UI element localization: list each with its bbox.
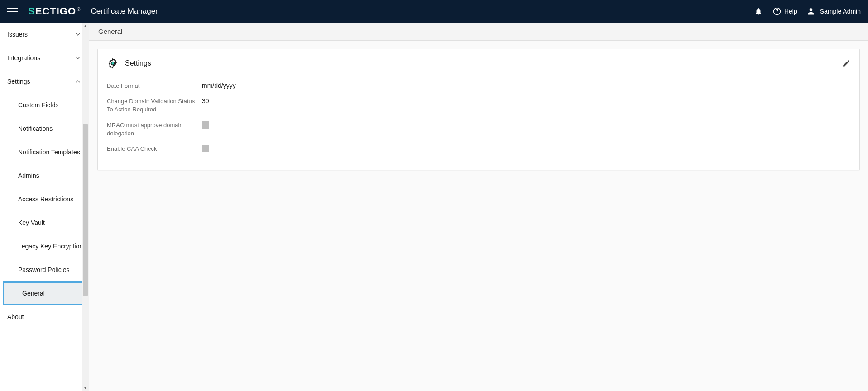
row-enable-caa: Enable CAA Check xyxy=(107,141,850,157)
sidebar-item-general[interactable]: General xyxy=(3,281,86,305)
card-title: Settings xyxy=(125,59,151,67)
sidebar-item-label: Password Policies xyxy=(18,266,70,273)
row-date-format: Date Format mm/dd/yyyy xyxy=(107,78,850,94)
sidebar-item-label: Integrations xyxy=(7,54,40,62)
sidebar-item-about[interactable]: About xyxy=(0,305,89,329)
field-label: Change Domain Validation Status To Actio… xyxy=(107,97,202,114)
help-label: Help xyxy=(784,8,797,15)
sidebar-item-label: Notifications xyxy=(18,125,53,132)
settings-card: Settings Date Format mm/dd/yyyy Change D… xyxy=(97,49,860,170)
field-label: Enable CAA Check xyxy=(107,145,202,153)
row-mrao-approve: MRAO must approve domain delegation xyxy=(107,118,850,141)
top-bar: S ECTIGO ® Certificate Manager Help Samp… xyxy=(0,0,868,23)
user-name: Sample Admin xyxy=(820,8,861,15)
sidebar-item-integrations[interactable]: Integrations xyxy=(0,46,89,70)
sidebar-item-label: About xyxy=(7,313,24,320)
gear-icon xyxy=(107,57,119,69)
app-title: Certificate Manager xyxy=(91,7,158,16)
menu-icon[interactable] xyxy=(7,6,18,17)
bell-icon[interactable] xyxy=(753,6,763,16)
edit-button[interactable] xyxy=(842,59,850,67)
sidebar-item-label: Settings xyxy=(7,78,30,85)
sidebar-item-label: Legacy Key Encryption xyxy=(18,243,83,250)
sidebar-item-label: Notification Templates xyxy=(18,148,80,156)
sidebar-item-label: General xyxy=(22,290,45,297)
sidebar-item-access-restrictions[interactable]: Access Restrictions xyxy=(0,187,89,211)
sidebar-item-label: Access Restrictions xyxy=(18,196,73,203)
chevron-up-icon xyxy=(74,78,82,85)
row-change-status: Change Domain Validation Status To Actio… xyxy=(107,94,850,117)
logo-rest: ECTIGO xyxy=(35,5,76,17)
user-menu[interactable]: Sample Admin xyxy=(806,7,861,16)
sidebar: Issuers Integrations Settings Custom Fie… xyxy=(0,23,89,391)
svg-point-2 xyxy=(809,8,812,11)
page-header: General xyxy=(89,23,868,41)
sidebar-scrollbar[interactable]: ▴ ▾ xyxy=(82,23,89,391)
field-label: MRAO must approve domain delegation xyxy=(107,121,202,138)
checkbox-caa[interactable] xyxy=(202,145,209,152)
sidebar-item-settings[interactable]: Settings xyxy=(0,70,89,93)
logo-reg: ® xyxy=(77,7,81,12)
sidebar-item-custom-fields[interactable]: Custom Fields xyxy=(0,93,89,117)
field-value: 30 xyxy=(202,97,209,105)
sidebar-item-label: Key Vault xyxy=(18,219,45,226)
field-label: Date Format xyxy=(107,82,202,90)
sidebar-item-password-policies[interactable]: Password Policies xyxy=(0,258,89,281)
sidebar-item-notifications[interactable]: Notifications xyxy=(0,117,89,140)
sidebar-item-notification-templates[interactable]: Notification Templates xyxy=(0,140,89,164)
sidebar-item-issuers[interactable]: Issuers xyxy=(0,23,89,46)
chevron-down-icon xyxy=(74,31,82,38)
logo[interactable]: S ECTIGO ® xyxy=(28,5,81,17)
svg-point-1 xyxy=(777,13,777,14)
field-value: mm/dd/yyyy xyxy=(202,82,236,89)
sidebar-item-legacy-key-encryption[interactable]: Legacy Key Encryption xyxy=(0,234,89,258)
logo-s: S xyxy=(28,5,35,17)
svg-point-3 xyxy=(111,62,115,65)
scroll-thumb[interactable] xyxy=(83,124,88,296)
sidebar-item-admins[interactable]: Admins xyxy=(0,164,89,187)
page-title: General xyxy=(98,28,122,35)
chevron-down-icon xyxy=(74,54,82,62)
sidebar-item-label: Issuers xyxy=(7,31,28,38)
main-content: General Settings Date xyxy=(89,23,868,391)
scroll-down-icon[interactable]: ▾ xyxy=(84,385,86,391)
sidebar-item-label: Custom Fields xyxy=(18,101,58,109)
checkbox-mrao[interactable] xyxy=(202,121,209,129)
scroll-track[interactable] xyxy=(82,29,89,385)
sidebar-item-label: Admins xyxy=(18,172,39,179)
sidebar-item-key-vault[interactable]: Key Vault xyxy=(0,211,89,234)
scroll-up-icon[interactable]: ▴ xyxy=(84,23,86,29)
help-button[interactable]: Help xyxy=(772,7,797,16)
